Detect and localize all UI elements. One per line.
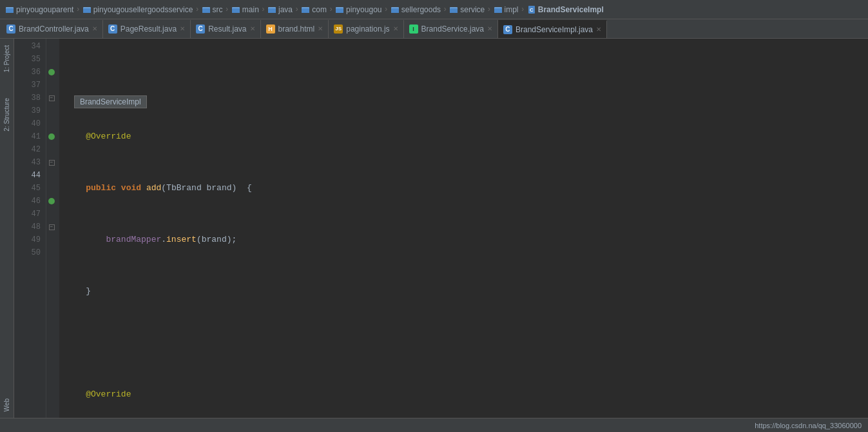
gutter: ↑ − ↑ − — [46, 39, 59, 418]
side-panel: 1: Project 2: Structure Web — [0, 39, 14, 418]
side-label-web[interactable]: Web — [2, 395, 12, 415]
gutter-34 — [46, 40, 57, 53]
gutter-38-fold[interactable]: − — [46, 92, 57, 104]
breadcrumb-item-project[interactable]: pinyougouparent — [5, 5, 73, 14]
breadcrumb-item-module[interactable]: pinyougousellergoodsservice — [82, 5, 193, 14]
breadcrumb-item-impl[interactable]: impl — [494, 5, 519, 14]
code-line-36: public void add(TbBrand brand) { — [66, 182, 868, 195]
close-tab-brand-html[interactable]: ✕ — [318, 25, 323, 32]
tab-brand-html[interactable]: H brand.html ✕ — [261, 20, 329, 38]
main-area: 1: Project 2: Structure Web BrandService… — [0, 39, 868, 418]
svg-text:C: C — [530, 7, 534, 13]
gutter-48-fold[interactable]: − — [46, 221, 57, 233]
breadcrumb-item-src[interactable]: src — [202, 5, 223, 14]
gutter-41: ↑ — [46, 130, 57, 143]
svg-rect-7 — [232, 8, 240, 13]
ln-50: 50 — [14, 246, 41, 259]
ln-41: 41 — [14, 130, 41, 143]
close-tab-result[interactable]: ✕ — [250, 25, 255, 32]
gutter-36: ↑ — [46, 66, 57, 79]
ln-38: 38 — [14, 92, 41, 104]
code-line-37: brandMapper.insert(brand); — [66, 233, 868, 246]
code-line-34 — [66, 79, 868, 92]
ln-37: 37 — [14, 79, 41, 92]
breadcrumb-item-java[interactable]: java — [267, 5, 293, 14]
svg-rect-17 — [450, 8, 458, 13]
tab-pageresult[interactable]: C PageResult.java ✕ — [103, 20, 191, 38]
breadcrumb-item-service[interactable]: service — [449, 5, 485, 14]
close-tab-brandserviceimpl[interactable]: ✕ — [596, 26, 601, 33]
gutter-40 — [46, 117, 57, 130]
code-line-40: @Override — [66, 388, 868, 401]
java-c-icon-3: C — [196, 25, 205, 34]
ln-42: 42 — [14, 143, 41, 156]
tab-brandserviceimpl[interactable]: C BrandServiceImpl.java ✕ — [498, 20, 607, 38]
svg-rect-5 — [202, 8, 210, 13]
ln-49: 49 — [14, 233, 41, 246]
gutter-43-fold[interactable]: − — [46, 156, 57, 169]
tab-brandcontroller[interactable]: C BrandController.java ✕ — [1, 20, 103, 38]
tab-pagination-js[interactable]: JS pagination.js ✕ — [329, 20, 403, 38]
ln-35: 35 — [14, 53, 41, 66]
side-label-structure[interactable]: 2: Structure — [2, 95, 12, 135]
svg-rect-19 — [494, 8, 502, 13]
html-icon: H — [266, 25, 275, 34]
side-label-project[interactable]: 1: Project — [2, 42, 12, 75]
file-tooltip: BrandServiceImpl — [74, 95, 147, 108]
tabs-bar: C BrandController.java ✕ C PageResult.ja… — [0, 19, 868, 39]
ln-44: 44 — [14, 169, 41, 182]
close-tab-brandservice[interactable]: ✕ — [487, 25, 492, 32]
ln-48: 48 — [14, 221, 41, 233]
gutter-42 — [46, 143, 57, 156]
close-tab-pageresult[interactable]: ✕ — [180, 25, 185, 32]
code-line-35: @Override — [66, 130, 868, 143]
status-url: https://blog.csdn.na/qq_33060000 — [755, 422, 862, 429]
line-numbers: 34 35 36 37 38 39 40 41 42 43 44 45 46 4… — [14, 39, 46, 418]
ln-45: 45 — [14, 182, 41, 195]
tab-brandservice[interactable]: I BrandService.java ✕ — [404, 20, 498, 38]
java-c-icon-2: C — [108, 25, 117, 34]
gutter-47 — [46, 208, 57, 221]
js-icon: JS — [334, 25, 343, 34]
code-line-38: } — [66, 285, 868, 298]
gutter-44 — [46, 169, 57, 182]
breadcrumb-item-class[interactable]: C BrandServiceImpl — [527, 5, 604, 14]
gutter-46: ↑ — [46, 195, 57, 208]
svg-rect-1 — [6, 8, 14, 13]
breadcrumb-item-sellergoods[interactable]: sellergoods — [391, 5, 441, 14]
java-c-icon: C — [6, 25, 15, 34]
interface-icon: I — [409, 25, 418, 34]
ln-36: 36 — [14, 66, 41, 79]
ln-34: 34 — [14, 40, 41, 53]
ln-39: 39 — [14, 104, 41, 117]
ln-40: 40 — [14, 117, 41, 130]
code-line-39 — [66, 337, 868, 349]
gutter-39 — [46, 104, 57, 117]
gutter-37 — [46, 79, 57, 92]
close-tab-pagination-js[interactable]: ✕ — [393, 25, 398, 32]
breadcrumb-item-main[interactable]: main — [231, 5, 259, 14]
svg-rect-11 — [302, 8, 309, 13]
gutter-45 — [46, 182, 57, 195]
tab-result[interactable]: C Result.java ✕ — [191, 20, 260, 38]
svg-rect-13 — [336, 8, 343, 13]
status-bar: https://blog.csdn.na/qq_33060000 — [0, 418, 868, 432]
code-content[interactable]: @Override public void add(TbBrand brand)… — [59, 39, 868, 418]
svg-rect-15 — [391, 8, 399, 13]
close-tab-brandcontroller[interactable]: ✕ — [92, 25, 97, 32]
java-c-icon-active: C — [503, 25, 512, 34]
breadcrumb: pinyougouparent › pinyougousellergoodsse… — [0, 0, 868, 19]
svg-rect-9 — [268, 8, 276, 13]
svg-rect-3 — [83, 8, 91, 13]
gutter-49 — [46, 233, 57, 246]
ln-43: 43 — [14, 156, 41, 169]
gutter-35 — [46, 53, 57, 66]
breadcrumb-item-com[interactable]: com — [301, 5, 327, 14]
ln-47: 47 — [14, 208, 41, 221]
breadcrumb-item-pinyougou[interactable]: pinyougou — [335, 5, 381, 14]
ln-46: 46 — [14, 195, 41, 208]
gutter-50 — [46, 246, 57, 259]
